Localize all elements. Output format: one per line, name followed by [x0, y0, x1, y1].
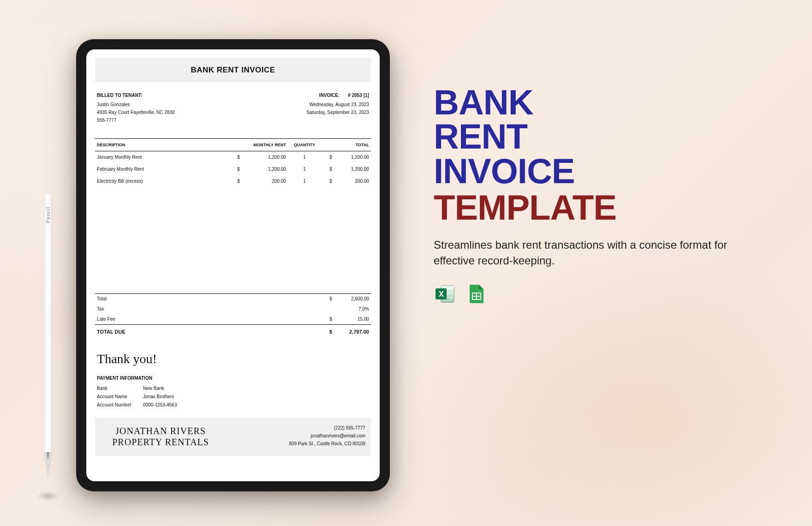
promo-title-line1: BANK [434, 85, 747, 120]
item-desc: January Monthly Rent [97, 154, 231, 161]
company-email: jonathanrivers@email.com [289, 433, 365, 439]
invoice-date1: Wednesday, August 23, 2023 [306, 102, 369, 108]
invoice-title: BANK RENT INVOICE [95, 58, 371, 82]
item-total: 1,200.00 [332, 154, 369, 161]
account-name-value: Jonas Brothers [143, 394, 369, 400]
tenant-name: Justin Gonzales [97, 102, 174, 108]
account-number-label: Account Number [97, 402, 143, 408]
table-row: February Monthly Rent $ 1,200.00 1 $ 1,2… [95, 163, 371, 175]
item-cur: $ [231, 154, 240, 161]
company-name: JONATHAN RIVERS PROPERTY RENTALS [101, 425, 221, 448]
invoice-meta: BILLED TO TENANT: Justin Gonzales 4935 R… [95, 92, 371, 134]
billed-to-label: BILLED TO TENANT: [97, 92, 174, 99]
account-number-value: 0000-1253-4563 [143, 402, 369, 408]
item-qty: 1 [286, 178, 323, 185]
promo-title-line3: INVOICE [434, 154, 747, 188]
invoice-date2: Saturday, September 23, 2023 [306, 109, 369, 116]
account-name-label: Account Name [97, 394, 143, 400]
company-phone: (222) 555-7777 [289, 425, 365, 431]
company-address: 809 Park St., Castle Rock, CO 80109 [289, 441, 365, 447]
item-tcur: $ [323, 178, 332, 185]
format-icons [434, 283, 747, 305]
item-tcur: $ [323, 154, 332, 161]
tax-label: Tax [97, 306, 323, 312]
item-cur: $ [231, 178, 240, 185]
payment-row: Account Name Jonas Brothers [95, 393, 371, 401]
table-row: Electricity Bill (excess) $ 200.00 1 $ 2… [95, 175, 371, 187]
item-qty: 1 [286, 166, 323, 173]
tablet-device: BANK RENT INVOICE BILLED TO TENANT: Just… [76, 39, 390, 491]
invoice-number: # 2053 [1] [348, 92, 369, 99]
col-quantity: QUANTITY [286, 142, 323, 148]
item-total: 1,200.00 [332, 166, 369, 173]
late-val: 15.00 [332, 316, 369, 323]
item-tcur: $ [323, 166, 332, 173]
bank-label: Bank [97, 385, 143, 392]
tenant-address: 4935 Ray Court Fayetteville, NC 2830 [97, 109, 174, 116]
thank-you-text: Thank you! [97, 350, 369, 368]
bank-value: New Bank [143, 385, 369, 392]
col-description: DESCRIPTION [97, 142, 231, 148]
item-desc: Electricity Bill (excess) [97, 178, 231, 185]
promo-panel: BANK RENT INVOICE TEMPLATE Streamlines b… [434, 85, 747, 305]
invoice-document: BANK RENT INVOICE BILLED TO TENANT: Just… [95, 58, 371, 473]
item-rent: 200.00 [240, 178, 286, 185]
item-rent: 1,200.00 [240, 154, 286, 161]
promo-title-line4: TEMPLATE [434, 188, 747, 227]
payment-row: Account Number 0000-1253-4563 [95, 401, 371, 409]
table-row: January Monthly Rent $ 1,200.00 1 $ 1,20… [95, 151, 371, 163]
total-cur: $ [323, 296, 332, 302]
promo-title-line2: RENT [434, 120, 747, 154]
late-label: Late Fee [97, 316, 323, 323]
tenant-phone: 555-7777 [97, 117, 174, 124]
invoice-footer: JONATHAN RIVERS PROPERTY RENTALS (222) 5… [95, 418, 371, 456]
tax-val: 7.0% [332, 306, 369, 312]
item-rent: 1,200.00 [240, 166, 286, 173]
invoice-totals: Total $ 2,600.00 Tax 7.0% Late Fee $ 15.… [95, 293, 371, 339]
total-val: 2,600.00 [332, 296, 369, 302]
due-cur: $ [323, 329, 332, 335]
table-header: DESCRIPTION MONTHLY RENT QUANTITY TOTAL [95, 138, 371, 152]
item-total: 200.00 [332, 178, 369, 185]
invoice-label: INVOICE: [319, 92, 340, 99]
due-label: TOTAL DUE [97, 329, 323, 335]
pencil-label: Pencil [45, 207, 51, 223]
item-cur: $ [231, 166, 240, 173]
late-cur: $ [323, 316, 332, 323]
tablet-screen: BANK RENT INVOICE BILLED TO TENANT: Just… [86, 49, 380, 481]
due-val: 2,797.00 [332, 329, 369, 335]
payment-info-label: PAYMENT INFORMATION [97, 375, 369, 382]
col-monthly-rent: MONTHLY RENT [231, 142, 286, 148]
stylus-pencil: Pencil [42, 194, 54, 494]
excel-icon [434, 283, 456, 305]
google-sheets-icon [465, 283, 487, 305]
total-label: Total [97, 296, 323, 302]
invoice-table: DESCRIPTION MONTHLY RENT QUANTITY TOTAL … [95, 138, 371, 188]
item-desc: February Monthly Rent [97, 166, 231, 173]
promo-description: Streamlines bank rent transactions with … [434, 237, 729, 268]
payment-row: Bank New Bank [95, 384, 371, 393]
item-qty: 1 [286, 154, 323, 161]
col-total: TOTAL [323, 142, 369, 148]
